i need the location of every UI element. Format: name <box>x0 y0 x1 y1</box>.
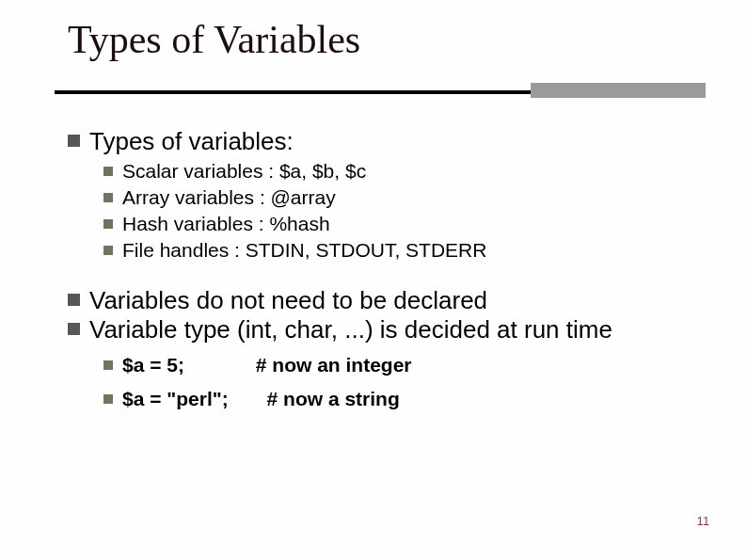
section2-line2: Variable type (int, char, ...) is decide… <box>89 315 612 344</box>
square-bullet-icon <box>103 167 113 176</box>
bullet-l2: Array variables : @array <box>103 186 698 209</box>
square-bullet-icon <box>68 323 80 335</box>
section1-item: File handles : STDIN, STDOUT, STDERR <box>122 239 486 262</box>
bullet-l1: Variables do not need to be declared <box>68 286 698 315</box>
square-bullet-icon <box>103 193 113 202</box>
divider-tab <box>531 83 706 98</box>
example-line: $a = 5; # now an integer <box>122 354 412 376</box>
bullet-l2: $a = "perl"; # now a string <box>103 388 698 410</box>
bullet-l2: $a = 5; # now an integer <box>103 354 698 376</box>
bullet-l2: File handles : STDIN, STDOUT, STDERR <box>103 239 698 262</box>
bullet-l2: Scalar variables : $a, $b, $c <box>103 160 698 183</box>
section1-item: Array variables : @array <box>122 186 336 209</box>
square-bullet-icon <box>103 360 113 370</box>
section1-item: Hash variables : %hash <box>122 213 330 235</box>
section2-examples: $a = 5; # now an integer $a = "perl"; # … <box>103 354 698 410</box>
square-bullet-icon <box>68 135 80 147</box>
section2-line1: Variables do not need to be declared <box>89 286 487 315</box>
bullet-l2: Hash variables : %hash <box>103 213 698 235</box>
section1-item: Scalar variables : $a, $b, $c <box>122 160 366 183</box>
square-bullet-icon <box>103 394 113 404</box>
slide: Types of Variables Types of variables: S… <box>0 0 747 560</box>
section1-list: Scalar variables : $a, $b, $c Array vari… <box>103 160 698 262</box>
square-bullet-icon <box>103 246 113 255</box>
slide-content: Types of variables: Scalar variables : $… <box>68 127 698 410</box>
page-number: 11 <box>697 515 709 528</box>
square-bullet-icon <box>68 294 80 306</box>
slide-title: Types of Variables <box>68 17 360 62</box>
bullet-l1: Variable type (int, char, ...) is decide… <box>68 315 698 344</box>
bullet-l1: Types of variables: <box>68 127 698 156</box>
section1-heading: Types of variables: <box>89 127 294 156</box>
example-line: $a = "perl"; # now a string <box>122 388 400 410</box>
square-bullet-icon <box>103 219 113 229</box>
